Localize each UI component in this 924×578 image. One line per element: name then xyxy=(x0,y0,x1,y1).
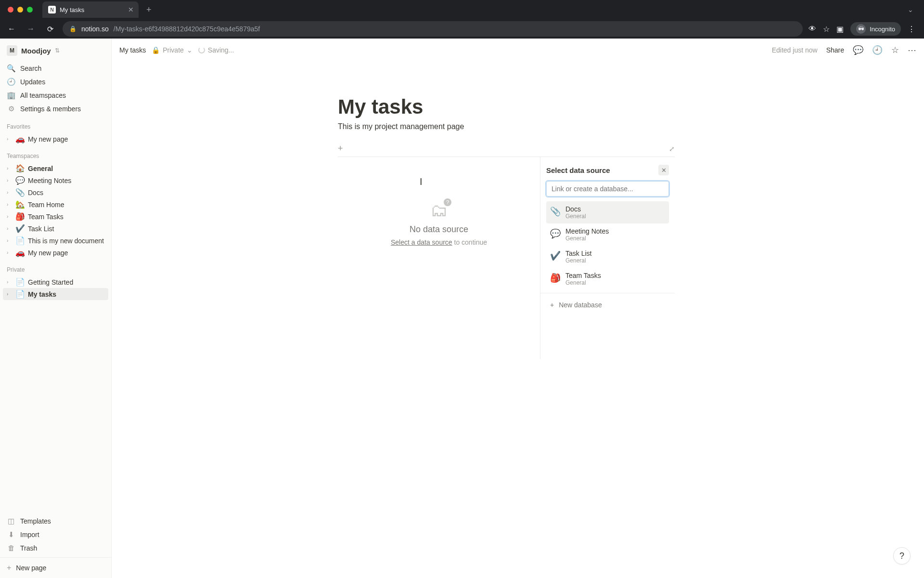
browser-tab[interactable]: N My tasks ✕ xyxy=(42,1,139,18)
forward-button[interactable]: → xyxy=(24,22,38,36)
page-tree-item[interactable]: › 🚗 My new page xyxy=(3,133,108,145)
panel-icon[interactable]: ▣ xyxy=(836,25,844,34)
close-popover-button[interactable]: ✕ xyxy=(658,165,669,175)
sidebar-item-trash[interactable]: 🗑 Trash xyxy=(3,541,108,554)
page-tree-item[interactable]: › 📄 My tasks xyxy=(3,288,108,300)
chevron-right-icon[interactable]: › xyxy=(7,202,13,207)
chevron-right-icon[interactable]: › xyxy=(7,166,13,171)
eye-off-icon[interactable]: 👁 xyxy=(808,25,816,33)
database-area: I 🗂? No data source Select a data source… xyxy=(338,157,675,359)
bookmark-star-icon[interactable]: ☆ xyxy=(823,25,830,34)
chevron-right-icon[interactable]: › xyxy=(7,226,13,231)
data-source-option[interactable]: 🎒 Team Tasks General xyxy=(546,268,669,290)
empty-state-title: No data source xyxy=(410,224,468,235)
new-database-button[interactable]: + New database xyxy=(546,296,669,314)
popover-title: Select data source xyxy=(546,166,610,174)
chevron-right-icon[interactable]: › xyxy=(7,214,13,219)
privacy-dropdown[interactable]: 🔒 Private ⌄ xyxy=(152,46,192,54)
page-emoji-icon: 💬 xyxy=(15,176,25,185)
new-page-button[interactable]: + New page xyxy=(0,557,111,578)
sidebar-item-updates[interactable]: 🕘 Updates xyxy=(3,75,108,89)
page-emoji-icon: 🏠 xyxy=(15,164,25,173)
chevron-right-icon[interactable]: › xyxy=(7,250,13,255)
chevron-updown-icon: ⇅ xyxy=(55,47,60,54)
download-icon: ⬇ xyxy=(7,530,15,539)
incognito-badge[interactable]: 🕶 Incognito xyxy=(850,22,901,36)
page-emoji-icon: ✔️ xyxy=(15,224,25,233)
tab-overflow-icon[interactable]: ⌄ xyxy=(908,6,920,13)
close-tab-icon[interactable]: ✕ xyxy=(128,6,134,13)
page-tree-item[interactable]: › 📎 Docs xyxy=(3,186,108,198)
reload-button[interactable]: ⟳ xyxy=(43,22,57,36)
main: My tasks 🔒 Private ⌄ Saving... Edited ju… xyxy=(112,39,924,578)
close-window-button[interactable] xyxy=(8,7,13,13)
history-icon[interactable]: 🕘 xyxy=(872,45,883,55)
tab-title: My tasks xyxy=(60,6,84,13)
page-tree-item[interactable]: › 🚗 My new page xyxy=(3,247,108,259)
page-tree-item[interactable]: › 📄 Getting Started xyxy=(3,276,108,288)
chevron-right-icon[interactable]: › xyxy=(7,238,13,243)
maximize-window-button[interactable] xyxy=(27,7,33,13)
chevron-right-icon[interactable]: › xyxy=(7,190,13,195)
page-tree-item[interactable]: › 🏠 General xyxy=(3,162,108,174)
data-source-search-input[interactable] xyxy=(546,181,669,197)
chevron-right-icon[interactable]: › xyxy=(7,291,13,297)
page-emoji-icon: 📄 xyxy=(15,289,25,299)
notion-favicon-icon: N xyxy=(48,6,56,13)
sidebar: M Moodjoy ⇅ 🔍 Search 🕘 Updates 🏢 All tea… xyxy=(0,39,112,578)
sidebar-item-all-teamspaces[interactable]: 🏢 All teamspaces xyxy=(3,89,108,102)
back-button[interactable]: ← xyxy=(5,22,18,36)
more-menu-icon[interactable]: ⋯ xyxy=(908,45,916,55)
minimize-window-button[interactable] xyxy=(17,7,23,13)
sidebar-item-import[interactable]: ⬇ Import xyxy=(3,528,108,541)
sidebar-bottom: ◫ Templates ⬇ Import 🗑 Trash xyxy=(0,512,111,557)
data-source-option[interactable]: ✔️ Task List General xyxy=(546,246,669,268)
sidebar-item-templates[interactable]: ◫ Templates xyxy=(3,514,108,528)
page-inner: My tasks This is my project management p… xyxy=(338,95,675,359)
new-page-label: New page xyxy=(16,564,46,572)
page-tree-label: Getting Started xyxy=(28,278,73,286)
gear-icon: ⚙ xyxy=(7,105,15,113)
chevron-right-icon[interactable]: › xyxy=(7,178,13,183)
url-path: /My-tasks-e6f34988812d420c875c9ea4e5879a… xyxy=(114,25,260,33)
page-tree-item[interactable]: › 🏡 Team Home xyxy=(3,198,108,210)
workspace-switcher[interactable]: M Moodjoy ⇅ xyxy=(0,39,111,61)
help-button[interactable]: ? xyxy=(893,547,911,565)
expand-icon[interactable]: ⤢ xyxy=(669,145,675,153)
chevron-right-icon[interactable]: › xyxy=(7,136,13,142)
option-subtitle: General xyxy=(565,235,609,242)
address-bar[interactable]: 🔒 notion.so/My-tasks-e6f34988812d420c875… xyxy=(63,21,803,37)
sidebar-item-search[interactable]: 🔍 Search xyxy=(3,62,108,75)
section-teamspaces-label: Teamspaces xyxy=(0,146,111,161)
share-button[interactable]: Share xyxy=(826,46,844,54)
privacy-label: Private xyxy=(163,46,184,54)
page-tree-item[interactable]: › 📄 This is my new document xyxy=(3,235,108,247)
select-data-source-link[interactable]: Select a data source xyxy=(391,238,452,246)
sidebar-item-label: Import xyxy=(20,531,39,539)
browser-chrome: N My tasks ✕ + ⌄ ← → ⟳ 🔒 notion.so/My-ta… xyxy=(0,0,924,39)
sidebar-item-settings[interactable]: ⚙ Settings & members xyxy=(3,102,108,116)
option-icon: ✔️ xyxy=(550,250,561,261)
new-database-label: New database xyxy=(559,301,602,309)
favorite-star-icon[interactable]: ☆ xyxy=(891,45,899,55)
comments-icon[interactable]: 💬 xyxy=(853,45,863,55)
breadcrumb[interactable]: My tasks xyxy=(119,46,146,54)
sidebar-item-label: Search xyxy=(20,65,41,72)
folder-question-icon: 🗂? xyxy=(430,200,448,221)
data-source-option[interactable]: 📎 Docs General xyxy=(546,201,669,223)
page-tree-label: Meeting Notes xyxy=(28,177,71,184)
kebab-menu-icon[interactable]: ⋮ xyxy=(908,25,915,34)
page-emoji-icon: 📎 xyxy=(15,188,25,197)
page-tree-item[interactable]: › ✔️ Task List xyxy=(3,223,108,235)
new-tab-button[interactable]: + xyxy=(143,5,154,15)
page-tree-item[interactable]: › 🎒 Team Tasks xyxy=(3,210,108,223)
data-source-option[interactable]: 💬 Meeting Notes General xyxy=(546,223,669,246)
option-icon: 📎 xyxy=(550,206,561,217)
empty-state-subtitle: Select a data source to continue xyxy=(391,238,487,246)
page-description[interactable]: This is my project management page xyxy=(338,122,675,131)
page-title[interactable]: My tasks xyxy=(338,95,675,118)
page-tree-item[interactable]: › 💬 Meeting Notes xyxy=(3,174,108,186)
add-view-button[interactable]: + xyxy=(338,144,343,154)
chevron-right-icon[interactable]: › xyxy=(7,279,13,285)
database-empty-state: I 🗂? No data source Select a data source… xyxy=(338,157,540,359)
